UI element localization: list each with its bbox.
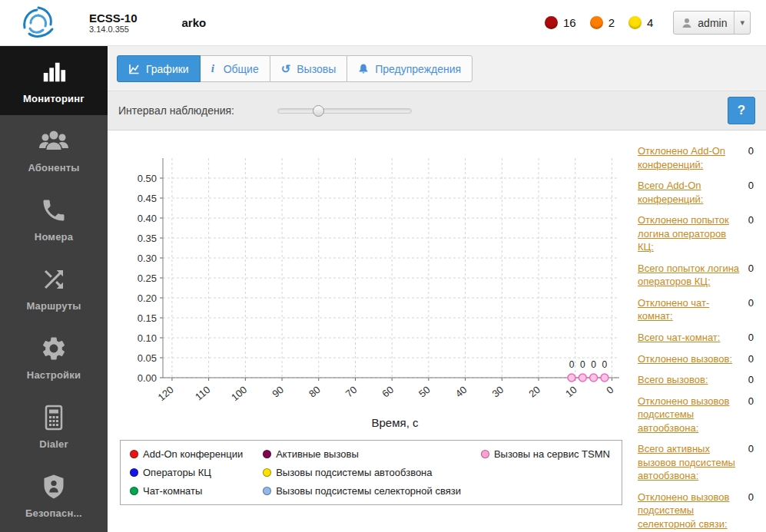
legend-label: Операторы КЦ: [143, 467, 211, 478]
svg-text:40: 40: [453, 384, 469, 400]
sidebar-item-label: Маршруты: [26, 300, 81, 312]
stat-value: 0: [748, 331, 754, 345]
svg-text:0.35: 0.35: [138, 233, 157, 244]
user-menu-main: admin: [674, 17, 734, 29]
tab-calls[interactable]: ↺ Вызовы: [270, 55, 348, 82]
app-window: ECSS-10 3.14.0.355 arko 16 2 4: [0, 0, 766, 532]
stat-row: Всего попыток логина операторов КЦ: 0: [638, 262, 754, 289]
svg-text:0: 0: [580, 359, 585, 370]
tab-general[interactable]: i Общие: [200, 55, 270, 82]
alarm-minor[interactable]: 4: [628, 16, 653, 29]
svg-text:0.00: 0.00: [138, 372, 157, 384]
stat-link[interactable]: Всего чат-комнат:: [638, 331, 720, 345]
tab-label: Графики: [146, 63, 189, 75]
stat-link[interactable]: Всего вызовов:: [638, 373, 708, 387]
svg-text:0.30: 0.30: [138, 253, 157, 264]
stat-value: 0: [748, 296, 754, 310]
interval-row: Интервал наблюдения: ?: [108, 91, 766, 131]
stat-link[interactable]: Всего активных вызовов подсистемы автооб…: [638, 442, 742, 483]
stat-link[interactable]: Отклонено Add-On конференций:: [638, 144, 742, 171]
svg-text:50: 50: [416, 384, 433, 400]
svg-text:10: 10: [563, 384, 579, 400]
user-menu[interactable]: admin ▾: [673, 11, 751, 35]
stat-value: 0: [748, 262, 754, 276]
stat-value: 0: [748, 144, 754, 158]
stat-link[interactable]: Отклонено попыток логина операторов КЦ:: [638, 213, 742, 254]
shuffle-icon: [38, 265, 69, 294]
tab-warnings[interactable]: Предупреждения: [347, 55, 473, 82]
slider-thumb[interactable]: [313, 105, 324, 117]
svg-text:0.40: 0.40: [138, 213, 157, 224]
dialer-keypad-icon: [38, 403, 69, 432]
sidebar-item-label: Абоненты: [28, 162, 79, 173]
legend-item: Активные вызовы: [263, 448, 461, 460]
legend-color-dot: [130, 450, 138, 458]
sidebar-item-security[interactable]: Безопасн...: [0, 461, 108, 530]
sidebar-item-label: Безопасн...: [25, 507, 82, 519]
stat-link[interactable]: Отклонено вызовов подсистемы селекторной…: [638, 491, 742, 531]
legend-label: Вызовы подсистемы автообзвона: [276, 467, 432, 478]
svg-text:100: 100: [229, 384, 249, 403]
legend-item: Чат-комнаты: [130, 485, 243, 497]
bell-icon: [358, 63, 369, 74]
tab-label: Общие: [224, 63, 259, 75]
alarm-major[interactable]: 2: [590, 16, 615, 29]
svg-text:30: 30: [490, 384, 506, 400]
stat-value: 0: [748, 442, 754, 456]
alarm-critical[interactable]: 16: [545, 16, 576, 29]
stat-row: Отклонено вызовов подсистемы селекторной…: [638, 491, 754, 531]
user-name: admin: [698, 17, 727, 29]
legend-label: Add-On конференции: [143, 448, 243, 460]
interval-slider[interactable]: [277, 108, 412, 114]
sidebar-item-settings[interactable]: Настройки: [0, 322, 108, 392]
stat-value: 0: [748, 352, 754, 366]
svg-text:20: 20: [526, 384, 542, 400]
phone-icon: [38, 196, 69, 225]
alarm-indicators: 16 2 4: [545, 16, 653, 29]
svg-text:0: 0: [602, 359, 608, 370]
alarm-major-icon: [590, 16, 603, 29]
tab-charts[interactable]: Графики: [117, 55, 201, 82]
sidebar-item-monitoring[interactable]: Мониторинг: [0, 46, 108, 115]
svg-text:120: 120: [156, 384, 176, 403]
legend-color-dot: [263, 487, 271, 495]
app-name: ECSS-10: [89, 12, 138, 25]
ecss-logo-icon: [18, 5, 58, 41]
host-name: arko: [182, 16, 207, 29]
sidebar-item-label: Dialer: [39, 438, 68, 450]
legend-item: Add-On конференции: [130, 448, 243, 460]
legend-item: Операторы КЦ: [130, 467, 243, 478]
stat-link[interactable]: Всего попыток логина операторов КЦ:: [638, 262, 742, 289]
svg-text:0: 0: [591, 359, 596, 370]
sidebar-item-numbers[interactable]: Номера: [0, 184, 108, 253]
alarm-minor-count: 4: [647, 16, 653, 29]
info-icon: i: [211, 62, 217, 75]
stat-row: Отклонено попыток логина операторов КЦ: …: [638, 213, 754, 254]
stat-row: Отклонено Add-On конференций: 0: [638, 144, 754, 171]
legend-item: Вызовы подсистемы селекторной связи: [263, 485, 461, 497]
sidebar-item-routes[interactable]: Маршруты: [0, 253, 108, 322]
stat-row: Отклонено вызовов подсистемы автообзвона…: [638, 395, 754, 435]
line-chart-icon: [128, 64, 140, 74]
tab-bar: Графики i Общие ↺ Вызовы: [108, 46, 766, 91]
stat-value: 0: [748, 395, 754, 408]
sidebar-item-label: Настройки: [27, 369, 81, 381]
interval-label: Интервал наблюдения:: [118, 104, 234, 117]
help-button[interactable]: ?: [728, 97, 755, 124]
legend-item: Вызовы на сервис TSMN: [481, 448, 610, 460]
stat-row: Всего Add-On конференций: 0: [638, 179, 754, 206]
svg-text:0: 0: [604, 384, 615, 396]
stat-link[interactable]: Отклонено вызовов:: [638, 352, 732, 366]
stat-row: Отклонено вызовов: 0: [638, 352, 754, 366]
gear-icon: [38, 334, 69, 363]
stat-row: Всего активных вызовов подсистемы автооб…: [638, 442, 754, 483]
stat-link[interactable]: Всего Add-On конференций:: [638, 179, 742, 206]
sidebar-item-dialer[interactable]: Dialer: [0, 392, 108, 461]
sidebar-item-subscribers[interactable]: Абоненты: [0, 115, 108, 184]
tab-label: Вызовы: [297, 63, 336, 75]
stat-link[interactable]: Отклонено чат-комнат:: [638, 296, 742, 323]
svg-text:60: 60: [380, 384, 396, 400]
legend-label: Активные вызовы: [276, 448, 359, 460]
chart-xlabel: Время, с: [120, 416, 627, 429]
stat-link[interactable]: Отклонено вызовов подсистемы автообзвона…: [638, 395, 742, 435]
